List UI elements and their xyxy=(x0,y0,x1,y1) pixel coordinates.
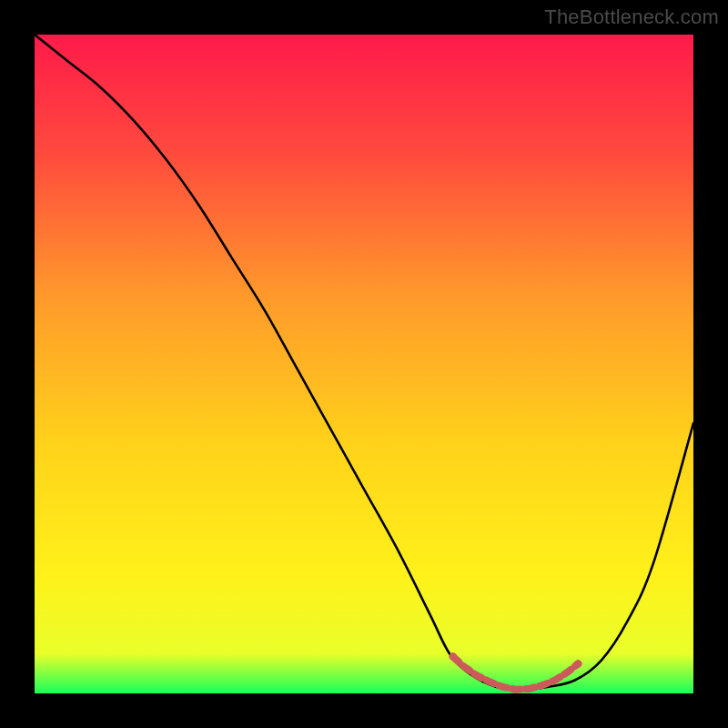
bottleneck-chart xyxy=(35,35,693,693)
watermark-text: TheBottleneck.com xyxy=(544,5,719,29)
chart-container: TheBottleneck.com xyxy=(0,0,728,728)
plot-background xyxy=(35,35,693,693)
highlight-end-dot xyxy=(450,652,457,660)
chart-svg xyxy=(35,35,693,693)
highlight-end-dot xyxy=(574,660,581,667)
